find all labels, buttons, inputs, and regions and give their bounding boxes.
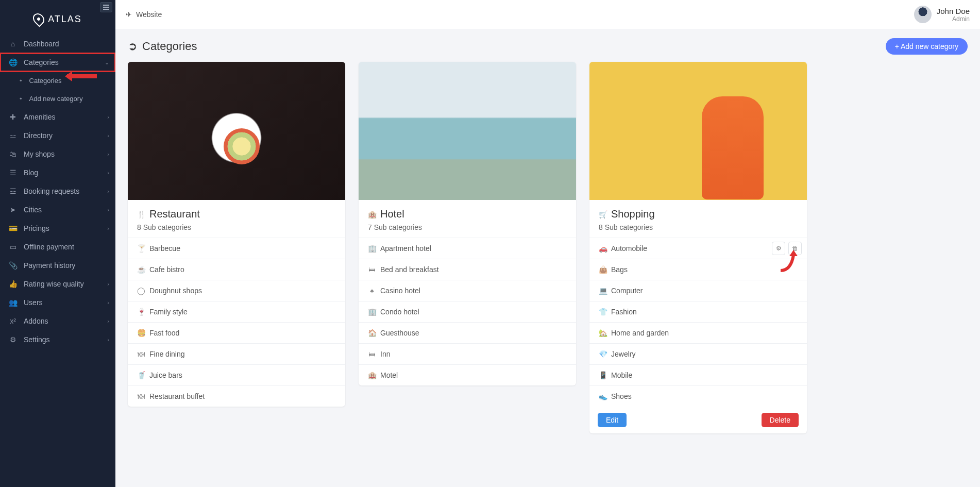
chevron-icon: › — [107, 207, 109, 213]
subcategory-icon: ◯ — [137, 287, 145, 295]
nav-settings[interactable]: ⚙Settings› — [0, 330, 115, 349]
subcategory-item[interactable]: 💻 Computer — [589, 280, 807, 301]
subcategory-item[interactable]: 🛏 Bed and breakfast — [359, 259, 576, 280]
website-link[interactable]: ✈ Website — [126, 10, 162, 19]
sitemap-icon: ⚍ — [8, 131, 18, 140]
chevron-icon: › — [107, 318, 109, 324]
chevron-icon: › — [107, 337, 109, 343]
subcategory-label: Jewelry — [611, 350, 635, 358]
nav-myshops[interactable]: 🛍My shops› — [0, 145, 115, 163]
nav-pricings[interactable]: 💳Pricings› — [0, 219, 115, 238]
nav-rating[interactable]: 👍Rating wise quality› — [0, 275, 115, 293]
subcategory-icon: 🍽 — [137, 350, 145, 358]
delete-button[interactable]: Delete — [762, 413, 799, 427]
subcategory-item[interactable]: 🥤 Juice bars — [128, 364, 345, 385]
subcategory-item[interactable]: 👟 Shoes — [589, 385, 807, 407]
subcategory-label: Fashion — [611, 308, 637, 316]
nav-categories[interactable]: 🌐Categories⌄ — [0, 53, 115, 72]
subcategory-icon: 📱 — [599, 371, 607, 379]
nav-label: Rating wise quality — [24, 280, 84, 288]
page-title: ➲ Categories — [128, 40, 197, 53]
subcategory-item[interactable]: 💎 Jewelry — [589, 343, 807, 364]
nav-label: Addons — [24, 317, 48, 325]
subcategory-icon: 🚗 — [599, 244, 607, 253]
subcategory-item[interactable]: 🏠 Guesthouse — [359, 322, 576, 343]
edit-button[interactable]: Edit — [598, 413, 627, 427]
subcategory-label: Home and garden — [611, 329, 669, 337]
subcategory-icon: 🏢 — [368, 244, 376, 253]
clip-icon: 📎 — [8, 261, 18, 270]
puzzle-icon: ✚ — [8, 113, 18, 121]
nav-addons[interactable]: x²Addons› — [0, 312, 115, 330]
category-card: 🛒Shopping 8 Sub categories 🚗 Automobile … — [589, 62, 807, 433]
subcategory-icon: 🏠 — [368, 329, 376, 337]
subcategory-item[interactable]: 🏢 Apartment hotel — [359, 238, 576, 259]
paper-plane-icon: ✈ — [126, 10, 132, 19]
subnav-add-category[interactable]: Add new category — [0, 90, 115, 108]
nav-blog[interactable]: ☰Blog› — [0, 163, 115, 182]
subcategory-item[interactable]: 🍽 Restaurant buffet — [128, 385, 345, 407]
subcategory-item[interactable]: 🛏 Inn — [359, 343, 576, 364]
subcategory-icon: ♠ — [368, 287, 376, 295]
subcategory-item[interactable]: 🍔 Fast food — [128, 322, 345, 343]
wallet-icon: ▭ — [8, 243, 18, 251]
user-menu[interactable]: John Doe Admin — [914, 6, 970, 23]
subcategory-item[interactable]: 📱 Mobile — [589, 364, 807, 385]
card-subtitle: 8 Sub categories — [599, 223, 798, 231]
nav-offline[interactable]: ▭Offline payment — [0, 238, 115, 256]
chevron-icon: › — [107, 151, 109, 157]
subcategory-icon: 💻 — [599, 287, 607, 295]
subcategory-list: 🚗 Automobile ⚙ 🗑 👜 Bags 💻 Computer 👕 Fas… — [589, 238, 807, 407]
subcategory-item[interactable]: ◯ Doughnut shops — [128, 280, 345, 301]
subcategory-item[interactable]: 🍷 Family style — [128, 301, 345, 322]
nav-users[interactable]: 👥Users› — [0, 293, 115, 312]
subcategory-icon: 🍽 — [137, 392, 145, 400]
card-icon: 💳 — [8, 224, 18, 232]
subcategory-label: Family style — [149, 308, 188, 316]
subcategory-label: Barbecue — [149, 244, 180, 253]
subcategory-label: Restaurant buffet — [149, 392, 205, 400]
nav-label: Blog — [24, 169, 38, 177]
nav-payment-history[interactable]: 📎Payment history — [0, 256, 115, 275]
brand-name: ATLAS — [48, 14, 82, 25]
subcategory-label: Juice bars — [149, 371, 182, 379]
nav-dashboard[interactable]: ⌂Dashboard — [0, 35, 115, 53]
chevron-icon: › — [107, 132, 109, 139]
subcategory-item[interactable]: 🍽 Fine dining — [128, 343, 345, 364]
nav-cities[interactable]: ➤Cities› — [0, 200, 115, 219]
subcategory-item[interactable]: 👕 Fashion — [589, 301, 807, 322]
sidebar-toggle[interactable] — [100, 2, 112, 12]
subcategory-label: Cafe bistro — [149, 265, 184, 274]
subcategory-label: Condo hotel — [380, 308, 419, 316]
subcategory-label: Apartment hotel — [380, 244, 431, 253]
list-icon: ☰ — [8, 169, 18, 177]
nav-label: Payment history — [24, 261, 75, 270]
add-category-button[interactable]: + Add new category — [886, 38, 968, 55]
card-subtitle: 7 Sub categories — [368, 223, 567, 231]
arrow-circle-icon: ➲ — [128, 40, 137, 53]
card-image — [359, 62, 576, 200]
user-role: Admin — [937, 15, 970, 23]
subnav-categories[interactable]: Categories — [0, 72, 115, 90]
nav-amenities[interactable]: ✚Amenities› — [0, 108, 115, 126]
subcategory-label: Automobile — [611, 244, 647, 253]
website-label: Website — [136, 10, 162, 19]
subcategory-item[interactable]: 👜 Bags — [589, 259, 807, 280]
subcategory-item[interactable]: 🍸 Barbecue — [128, 238, 345, 259]
nav-booking[interactable]: ☲Booking requests› — [0, 182, 115, 200]
subcategory-label: Inn — [380, 350, 390, 358]
card-image — [128, 62, 345, 200]
subcategory-item[interactable]: 🏡 Home and garden — [589, 322, 807, 343]
subcategory-label: Casino hotel — [380, 287, 420, 295]
subcategory-item[interactable]: 🚗 Automobile ⚙ 🗑 — [589, 238, 807, 259]
subcategory-item[interactable]: 🏨 Motel — [359, 364, 576, 385]
logo[interactable]: ATLAS — [0, 0, 115, 35]
nav-directory[interactable]: ⚍Directory› — [0, 126, 115, 145]
gear-icon[interactable]: ⚙ — [772, 242, 785, 255]
subcategory-item[interactable]: 🏢 Condo hotel — [359, 301, 576, 322]
subcategory-item[interactable]: ♠ Casino hotel — [359, 280, 576, 301]
users-icon: 👥 — [8, 298, 18, 307]
card-image — [589, 62, 807, 200]
subcategory-item[interactable]: ☕ Cafe bistro — [128, 259, 345, 280]
trash-icon[interactable]: 🗑 — [788, 242, 802, 255]
